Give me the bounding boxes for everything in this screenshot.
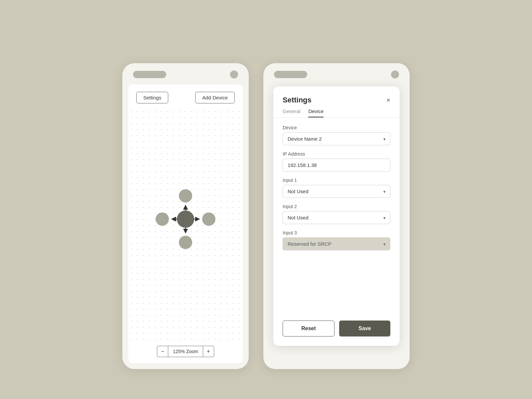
zoom-bar: − 125% Zoom + [128,341,243,363]
zoom-label: 125% Zoom [168,346,202,357]
phone-pill [133,71,166,78]
phone-toolbar: Settings Add Device [128,84,243,109]
canvas-area [128,109,243,341]
device-select[interactable]: Device Name 2 Device Name 1 Device Name … [283,132,390,145]
add-device-button[interactable]: Add Device [195,92,235,103]
phone-top-bar [122,63,249,78]
device-field-group: Device Device Name 2 Device Name 1 Devic… [283,125,390,145]
reset-button[interactable]: Reset [283,321,334,336]
settings-tabs: General Device [273,104,400,117]
input3-label: Input 3 [283,230,390,235]
node-center [177,210,194,228]
settings-title: Settings [283,96,312,104]
zoom-out-button[interactable]: − [157,346,168,357]
input2-label: Input 2 [283,204,390,209]
settings-panel: Settings × General Device Device Device … [273,86,400,346]
device-select-wrapper: Device Name 2 Device Name 1 Device Name … [283,132,390,145]
node-diagram [156,189,215,249]
input1-label: Input 1 [283,178,390,183]
input1-select[interactable]: Not Used Input A Input B [283,185,390,198]
input3-select-wrapper: Reserved for SRCP ▾ [283,237,390,250]
input1-select-wrapper: Not Used Input A Input B ▾ [283,185,390,198]
node-bottom [179,236,192,249]
tab-device[interactable]: Device [308,108,324,117]
save-button[interactable]: Save [339,321,390,336]
input2-select-wrapper: Not Used Input A Input B ▾ [283,211,390,224]
settings-footer: Reset Save [273,315,400,346]
node-left [156,212,169,226]
node-top [179,189,192,202]
input2-field-group: Input 2 Not Used Input A Input B ▾ [283,204,390,224]
ip-field-group: IP Address [283,151,390,172]
zoom-in-button[interactable]: + [203,346,214,357]
input2-select[interactable]: Not Used Input A Input B [283,211,390,224]
input3-select[interactable]: Reserved for SRCP [283,237,390,250]
tab-general[interactable]: General [283,108,300,117]
ip-input[interactable] [283,159,390,172]
left-phone-panel: Settings Add Device [122,63,249,369]
right-phone-panel: Settings × General Device Device Device … [263,63,410,369]
settings-button[interactable]: Settings [136,92,168,103]
right-phone-pill [274,71,307,78]
phone-circle [230,70,238,78]
node-right [202,212,215,226]
input3-field-group: Input 3 Reserved for SRCP ▾ [283,230,390,250]
ip-label: IP Address [283,151,390,157]
phone-content: Settings Add Device [128,84,243,363]
settings-header: Settings × [273,86,400,104]
settings-body: Device Device Name 2 Device Name 1 Devic… [273,118,400,315]
input1-field-group: Input 1 Not Used Input A Input B ▾ [283,178,390,198]
right-phone-top-bar [263,63,410,78]
close-button[interactable]: × [386,97,390,103]
device-label: Device [283,125,390,130]
right-phone-circle [391,70,399,78]
